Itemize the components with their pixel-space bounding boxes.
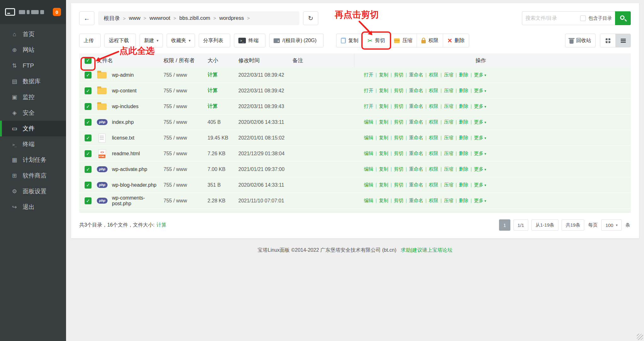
sidebar-item[interactable]: 软件商店 bbox=[0, 168, 66, 184]
file-size[interactable]: 2.28 KB bbox=[208, 198, 238, 204]
row-checkbox-checked[interactable] bbox=[85, 135, 92, 141]
breadcrumb-item[interactable]: bbs.zibll.com bbox=[179, 15, 216, 21]
row-action-link[interactable]: 重命名 bbox=[403, 72, 423, 78]
sidebar-item[interactable]: FTP bbox=[0, 58, 66, 74]
row-action-link[interactable]: 重命名 bbox=[403, 198, 423, 204]
row-action-link[interactable]: 更多 bbox=[469, 103, 486, 109]
sidebar-item[interactable]: 首页 bbox=[0, 26, 66, 42]
file-name[interactable]: wp-content bbox=[112, 88, 136, 94]
include-subdir-checkbox[interactable] bbox=[580, 15, 586, 21]
row-checkbox-checked[interactable] bbox=[85, 87, 92, 94]
row-action-link[interactable]: 更多 bbox=[469, 135, 486, 141]
row-action-link[interactable]: 删除 bbox=[453, 166, 469, 172]
row-action-link[interactable]: 更多 bbox=[469, 72, 486, 78]
row-action-link[interactable]: 编辑 bbox=[364, 119, 373, 125]
row-action-link[interactable]: 压缩 bbox=[438, 166, 453, 172]
row-action-link[interactable]: 剪切 bbox=[388, 151, 403, 157]
refresh-button[interactable]: ↻ bbox=[303, 11, 318, 25]
file-name[interactable]: license.txt bbox=[112, 135, 134, 141]
row-action-link[interactable]: 重命名 bbox=[403, 103, 423, 109]
sidebar-item[interactable]: 文件 bbox=[0, 121, 66, 136]
file-action-button[interactable]: 删除 再点击剪切 bbox=[443, 34, 469, 47]
row-action-link[interactable]: 删除 bbox=[453, 88, 469, 94]
resize-grip[interactable] bbox=[637, 334, 643, 340]
message-count-badge[interactable]: 0 bbox=[53, 8, 61, 16]
row-action-link[interactable]: 剪切 bbox=[388, 72, 403, 78]
recycle-bin-button[interactable]: 回收站 bbox=[565, 34, 596, 47]
row-checkbox-checked[interactable] bbox=[85, 103, 92, 110]
row-action-link[interactable]: 压缩 bbox=[438, 103, 453, 109]
file-action-button[interactable]: 权限 再点击剪切 bbox=[417, 34, 443, 47]
file-name[interactable]: wp-blog-header.php bbox=[112, 182, 156, 188]
file-name[interactable]: index.php bbox=[112, 119, 134, 125]
per-page-select[interactable]: 100 bbox=[601, 219, 622, 231]
file-size[interactable]: 7.00 KB bbox=[208, 167, 238, 172]
row-action-link[interactable]: 更多 bbox=[469, 198, 486, 204]
row-action-link[interactable]: 压缩 bbox=[438, 88, 453, 94]
row-action-link[interactable]: 剪切 bbox=[388, 198, 403, 204]
row-action-link[interactable]: 编辑 bbox=[364, 151, 373, 157]
sidebar-item[interactable]: 终端 bbox=[0, 136, 66, 152]
search-button[interactable] bbox=[615, 11, 631, 25]
grid-view-button[interactable] bbox=[600, 34, 615, 47]
toolbar-button[interactable]: /(根目录) (20G) bbox=[269, 34, 323, 47]
sidebar-item[interactable]: 数据库 bbox=[0, 74, 66, 89]
breadcrumb-item[interactable]: www bbox=[129, 15, 147, 21]
sidebar-item[interactable]: 网站 bbox=[0, 42, 66, 58]
file-size[interactable]: 7.26 KB bbox=[208, 151, 238, 157]
row-action-link[interactable]: 权限 bbox=[423, 182, 438, 188]
file-size[interactable]: 351 B bbox=[208, 182, 238, 188]
file-size[interactable]: 405 B bbox=[208, 119, 238, 125]
row-action-link[interactable]: 编辑 bbox=[364, 135, 373, 141]
row-action-link[interactable]: 删除 bbox=[453, 151, 469, 157]
row-action-link[interactable]: 剪切 bbox=[388, 119, 403, 125]
row-action-link[interactable]: 压缩 bbox=[438, 198, 453, 204]
sidebar-item[interactable]: 安全 bbox=[0, 105, 66, 121]
row-action-link[interactable]: 重命名 bbox=[403, 151, 423, 157]
list-view-button[interactable] bbox=[615, 34, 630, 47]
footer-forum-link[interactable]: 求助|建议请上宝塔论坛 bbox=[401, 247, 452, 253]
file-size[interactable]: 19.45 KB bbox=[208, 135, 238, 141]
file-size[interactable]: 计算 bbox=[208, 103, 238, 110]
file-name[interactable]: readme.html bbox=[112, 151, 140, 157]
row-action-link[interactable]: 权限 bbox=[423, 151, 438, 157]
row-checkbox-checked[interactable] bbox=[85, 166, 92, 173]
toolbar-button[interactable]: 上传 bbox=[79, 34, 101, 47]
row-action-link[interactable]: 删除 bbox=[453, 182, 469, 188]
breadcrumb-item[interactable]: wordpress bbox=[219, 15, 250, 21]
row-checkbox-checked[interactable] bbox=[85, 119, 92, 126]
row-action-link[interactable]: 更多 bbox=[469, 166, 486, 172]
row-action-link[interactable]: 复制 bbox=[373, 103, 388, 109]
row-checkbox-checked[interactable] bbox=[85, 150, 92, 157]
row-action-link[interactable]: 权限 bbox=[423, 72, 438, 78]
row-action-link[interactable]: 权限 bbox=[423, 119, 438, 125]
file-size[interactable]: 计算 bbox=[208, 87, 238, 94]
row-action-link[interactable]: 打开 bbox=[364, 88, 373, 94]
row-action-link[interactable]: 剪切 bbox=[388, 88, 403, 94]
row-action-link[interactable]: 压缩 bbox=[438, 151, 453, 157]
toolbar-button[interactable]: 收藏夹 ▾ bbox=[167, 34, 195, 47]
select-all-checkbox[interactable] bbox=[85, 57, 92, 64]
row-action-link[interactable]: 重命名 bbox=[403, 182, 423, 188]
file-name[interactable]: wp-admin bbox=[112, 72, 134, 78]
row-action-link[interactable]: 剪切 bbox=[388, 182, 403, 188]
row-action-link[interactable]: 复制 bbox=[373, 182, 388, 188]
breadcrumb-item[interactable]: wwwroot bbox=[149, 15, 176, 21]
sidebar-item[interactable]: 面板设置 bbox=[0, 184, 66, 199]
row-action-link[interactable]: 剪切 bbox=[388, 166, 403, 172]
row-action-link[interactable]: 权限 bbox=[423, 198, 438, 204]
row-action-link[interactable]: 打开 bbox=[364, 72, 373, 78]
row-action-link[interactable]: 重命名 bbox=[403, 119, 423, 125]
row-action-link[interactable]: 压缩 bbox=[438, 135, 453, 141]
file-size[interactable]: 计算 bbox=[208, 72, 238, 78]
row-action-link[interactable]: 编辑 bbox=[364, 166, 373, 172]
row-action-link[interactable]: 复制 bbox=[373, 119, 388, 125]
back-button[interactable]: ← bbox=[79, 11, 94, 25]
row-action-link[interactable]: 编辑 bbox=[364, 198, 373, 204]
row-action-link[interactable]: 权限 bbox=[423, 88, 438, 94]
row-action-link[interactable]: 权限 bbox=[423, 135, 438, 141]
row-action-link[interactable]: 剪切 bbox=[388, 135, 403, 141]
row-action-link[interactable]: 剪切 bbox=[388, 103, 403, 109]
row-action-link[interactable]: 删除 bbox=[453, 119, 469, 125]
row-action-link[interactable]: 删除 bbox=[453, 198, 469, 204]
